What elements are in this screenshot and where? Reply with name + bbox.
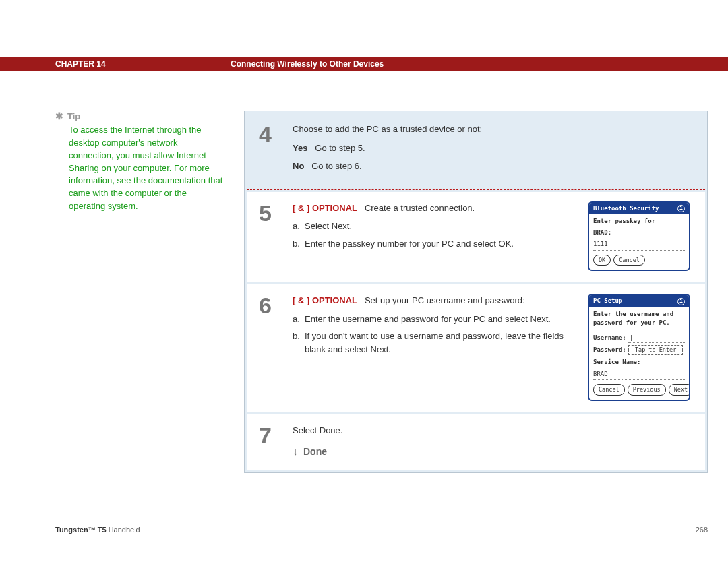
letter-b: b. bbox=[293, 237, 305, 251]
dialog-body: Enter the username and password for your… bbox=[589, 307, 689, 400]
password-label: Password: bbox=[593, 346, 626, 355]
footer-product: Tungsten™ T5 Handheld bbox=[55, 526, 140, 534]
step7-text: Select Done. bbox=[293, 424, 693, 437]
cancel-button[interactable]: Cancel bbox=[593, 384, 625, 396]
service-label: Service Name: bbox=[593, 358, 685, 367]
step6-screenshot: PC Setup i Enter the username and passwo… bbox=[585, 294, 693, 401]
done-row: ↓ Done bbox=[293, 443, 693, 460]
page-footer: Tungsten™ T5 Handheld 268 bbox=[55, 522, 708, 534]
step6-lead-text: Set up your PC username and password: bbox=[365, 295, 525, 305]
cancel-button[interactable]: Cancel bbox=[613, 255, 645, 266]
step5-lead-text: Create a trusted connection. bbox=[365, 203, 475, 213]
next-button[interactable]: Next bbox=[669, 384, 690, 396]
step6-a-text: Enter the username and password for your… bbox=[305, 313, 569, 326]
step6-text: [ & ] OPTIONAL Set up your PC username a… bbox=[293, 294, 569, 401]
step-6: 6 [ & ] OPTIONAL Set up your PC username… bbox=[247, 284, 705, 412]
passkey-prompt-1: Enter passkey for bbox=[593, 217, 685, 226]
step-number: 5 bbox=[259, 201, 293, 272]
step6-b-text: If you don't want to use a username and … bbox=[305, 330, 569, 356]
step-5: 5 [ & ] OPTIONAL Create a trusted connec… bbox=[247, 192, 705, 283]
pc-setup-dialog: PC Setup i Enter the username and passwo… bbox=[588, 294, 690, 401]
arrow-down-icon: ↓ bbox=[293, 443, 298, 460]
product-name: Tungsten™ T5 bbox=[55, 526, 107, 534]
step-number: 4 bbox=[259, 123, 293, 179]
username-label: Username: bbox=[593, 334, 626, 343]
chapter-header: CHAPTER 14 Connecting Wirelessly to Othe… bbox=[0, 57, 728, 71]
tip-heading: ✱ Tip bbox=[55, 111, 224, 121]
step5-text: [ & ] OPTIONAL Create a trusted connecti… bbox=[293, 201, 569, 272]
passkey-input[interactable]: 1111 bbox=[593, 239, 685, 251]
info-icon: i bbox=[677, 298, 685, 305]
optional-tag: [ & ] OPTIONAL bbox=[293, 295, 357, 305]
setup-prompt: Enter the username and password for your… bbox=[593, 310, 685, 328]
step5-a: a. Select Next. bbox=[293, 220, 569, 233]
optional-tag: [ & ] OPTIONAL bbox=[293, 203, 357, 213]
yes-text: Go to step 5. bbox=[315, 143, 365, 153]
step5-sublist: a. Select Next. b. Enter the passkey num… bbox=[293, 220, 569, 250]
step-body: [ & ] OPTIONAL Set up your PC username a… bbox=[293, 294, 693, 401]
letter-b: b. bbox=[293, 330, 305, 356]
page-number: 268 bbox=[696, 526, 708, 534]
asterisk-icon: ✱ bbox=[55, 111, 63, 121]
step5-b-text: Enter the passkey number for your PC and… bbox=[305, 237, 569, 251]
dialog-title: PC Setup bbox=[593, 296, 622, 306]
step5-b: b. Enter the passkey number for your PC … bbox=[293, 237, 569, 251]
sidebar: ✱ Tip To access the Internet through the… bbox=[55, 111, 224, 473]
step4-no: No Go to step 6. bbox=[293, 160, 693, 173]
no-text: Go to step 6. bbox=[311, 161, 361, 171]
steps-panel: 4 Choose to add the PC as a trusted devi… bbox=[244, 111, 708, 473]
dialog-title-bar: PC Setup i bbox=[589, 295, 689, 307]
step4-intro: Choose to add the PC as a trusted device… bbox=[293, 123, 693, 136]
tip-body: To access the Internet through the deskt… bbox=[55, 124, 224, 213]
step5-a-text: Select Next. bbox=[305, 220, 569, 233]
step5-lead: [ & ] OPTIONAL Create a trusted connecti… bbox=[293, 201, 569, 215]
dialog-buttons: Cancel Previous Next bbox=[593, 384, 685, 396]
done-label: Done bbox=[303, 445, 327, 459]
username-row: Username: | bbox=[593, 334, 685, 344]
step5-screenshot: Bluetooth Security i Enter passkey for B… bbox=[585, 201, 693, 272]
passkey-prompt-2: BRAD: bbox=[593, 228, 685, 238]
chapter-label: CHAPTER 14 bbox=[55, 59, 231, 69]
letter-a: a. bbox=[293, 220, 305, 233]
previous-button[interactable]: Previous bbox=[628, 384, 666, 396]
step-number: 6 bbox=[259, 294, 293, 401]
chapter-title: Connecting Wirelessly to Other Devices bbox=[231, 59, 384, 69]
step6-b: b. If you don't want to use a username a… bbox=[293, 330, 569, 356]
ok-button[interactable]: OK bbox=[593, 255, 611, 266]
dialog-buttons: OK Cancel bbox=[593, 255, 685, 266]
username-input[interactable]: | bbox=[628, 334, 685, 344]
step-number: 7 bbox=[259, 424, 293, 460]
step4-yes: Yes Go to step 5. bbox=[293, 142, 693, 155]
info-icon: i bbox=[677, 205, 685, 212]
dialog-body: Enter passkey for BRAD: 1111 OK Cancel bbox=[589, 214, 689, 270]
step-body: Choose to add the PC as a trusted device… bbox=[293, 123, 693, 179]
product-type: Handheld bbox=[107, 526, 140, 534]
bluetooth-security-dialog: Bluetooth Security i Enter passkey for B… bbox=[588, 201, 690, 272]
step-4: 4 Choose to add the PC as a trusted devi… bbox=[247, 113, 705, 190]
step-body: Select Done. ↓ Done bbox=[293, 424, 693, 460]
password-row: Password: -Tap to Enter- bbox=[593, 345, 685, 355]
step-7: 7 Select Done. ↓ Done bbox=[247, 414, 705, 471]
step6-sublist: a. Enter the username and password for y… bbox=[293, 313, 569, 356]
dialog-title-bar: Bluetooth Security i bbox=[589, 203, 689, 215]
step6-lead: [ & ] OPTIONAL Set up your PC username a… bbox=[293, 294, 569, 307]
step-body: [ & ] OPTIONAL Create a trusted connecti… bbox=[293, 201, 693, 272]
service-value: BRAD bbox=[593, 369, 685, 381]
no-label: No bbox=[293, 161, 304, 171]
password-input[interactable]: -Tap to Enter- bbox=[628, 345, 684, 355]
yes-label: Yes bbox=[293, 143, 307, 153]
letter-a: a. bbox=[293, 313, 305, 326]
tip-label: Tip bbox=[67, 111, 80, 121]
step6-a: a. Enter the username and password for y… bbox=[293, 313, 569, 326]
content: ✱ Tip To access the Internet through the… bbox=[0, 71, 728, 473]
dialog-title: Bluetooth Security bbox=[593, 204, 659, 214]
